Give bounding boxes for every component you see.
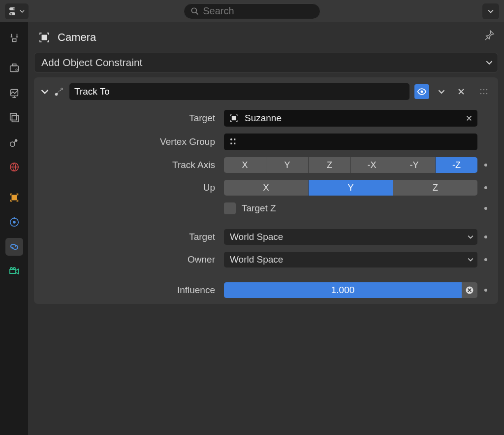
svg-point-30 [483, 93, 485, 95]
track-axis-option-negy[interactable]: -Y [393, 157, 436, 173]
svg-rect-21 [42, 35, 47, 40]
up-axis-option-x[interactable]: X [224, 180, 309, 196]
render-icon [9, 63, 20, 74]
target-space-label: Target [41, 232, 224, 242]
svg-point-18 [13, 217, 15, 219]
svg-line-5 [196, 12, 198, 14]
view-layer-icon [9, 112, 20, 123]
chevron-down-icon [468, 257, 473, 263]
constraint-name: Track To [74, 86, 110, 97]
animate-dot[interactable] [484, 289, 487, 292]
output-icon [9, 88, 20, 99]
breadcrumb-object-name: Camera [58, 31, 96, 44]
search-field[interactable] [184, 3, 320, 19]
tab-tool[interactable] [5, 29, 23, 47]
tab-constraints[interactable] [5, 238, 23, 256]
target-label: Target [41, 113, 224, 124]
animate-dot[interactable] [484, 258, 487, 261]
svg-rect-7 [12, 64, 16, 66]
svg-rect-32 [232, 116, 236, 120]
target-value: Suzanne [245, 113, 282, 124]
tab-output[interactable] [5, 84, 23, 102]
svg-rect-34 [234, 138, 235, 140]
object-icon [9, 192, 20, 203]
svg-point-31 [486, 93, 488, 95]
close-icon[interactable] [466, 115, 472, 122]
influence-reset-button[interactable] [462, 282, 477, 298]
tab-scene[interactable] [5, 134, 23, 151]
animate-dot[interactable] [484, 164, 487, 167]
tab-physics[interactable] [5, 213, 23, 231]
tab-object[interactable] [5, 189, 23, 206]
animate-dot[interactable] [484, 186, 487, 189]
svg-rect-3 [10, 13, 12, 15]
properties-editor-icon [9, 6, 19, 16]
constraint-properties-panel: Camera Add Object Constraint Track To [28, 22, 504, 435]
track-axis-option-x[interactable]: X [224, 157, 266, 173]
extras-menu[interactable] [434, 84, 449, 99]
close-icon [457, 88, 465, 96]
up-axis-option-z[interactable]: Z [393, 180, 477, 196]
svg-point-33 [230, 138, 232, 140]
physics-icon [9, 217, 20, 228]
svg-point-8 [15, 69, 17, 71]
track-axis-label: Track Axis [41, 160, 224, 170]
world-icon [9, 162, 20, 172]
options-button[interactable] [482, 3, 499, 19]
svg-line-24 [57, 90, 61, 93]
target-z-checkbox[interactable] [224, 202, 236, 214]
close-circle-icon [465, 285, 474, 295]
chevron-down-icon [488, 8, 494, 14]
object-box-icon [229, 113, 239, 123]
tab-view-layer[interactable] [5, 109, 23, 127]
add-object-constraint-dropdown[interactable]: Add Object Constraint [34, 53, 498, 72]
properties-tabs [0, 22, 28, 435]
tool-icon [9, 33, 20, 43]
pin-button[interactable] [483, 29, 495, 41]
scene-icon [9, 137, 20, 148]
svg-rect-35 [230, 143, 232, 144]
owner-space-label: Owner [41, 254, 224, 265]
collapse-toggle[interactable] [41, 88, 49, 96]
editor-type-button[interactable] [5, 3, 29, 19]
up-axis-option-y[interactable]: Y [309, 180, 393, 196]
topbar [0, 0, 504, 22]
track-axis-option-y[interactable]: Y [266, 157, 309, 173]
target-space-select[interactable]: World Space [224, 229, 477, 245]
chevron-down-icon [438, 88, 445, 95]
chevron-down-icon [41, 88, 49, 96]
chevron-down-icon [486, 59, 493, 66]
constraint-name-field[interactable]: Track To [69, 83, 410, 100]
drag-handle[interactable] [476, 84, 491, 99]
svg-point-28 [486, 89, 488, 91]
track-to-icon [54, 86, 64, 97]
target-z-label: Target Z [242, 203, 276, 214]
chevron-down-icon [20, 9, 25, 14]
up-label: Up [41, 182, 224, 193]
track-axis-option-z[interactable]: Z [309, 157, 351, 173]
delete-constraint-button[interactable] [454, 84, 469, 99]
search-input[interactable] [203, 5, 313, 17]
track-axis-option-negx[interactable]: -X [351, 157, 393, 173]
up-axis-toggle: XYZ [224, 180, 477, 196]
influence-slider[interactable]: 1.000 [224, 282, 462, 298]
mute-toggle[interactable] [414, 84, 429, 99]
track-axis-toggle: XYZ-X-Y-Z [224, 157, 477, 173]
influence-label: Influence [41, 285, 224, 296]
svg-rect-10 [10, 114, 16, 120]
target-picker[interactable]: Suzanne [224, 110, 477, 127]
svg-point-23 [61, 88, 63, 90]
animate-dot[interactable] [484, 207, 487, 210]
object-box-icon [38, 31, 51, 44]
target-space-value: World Space [230, 232, 283, 242]
animate-dot[interactable] [484, 235, 487, 238]
owner-space-value: World Space [230, 254, 283, 265]
svg-rect-11 [12, 115, 18, 122]
owner-space-select[interactable]: World Space [224, 252, 477, 268]
vertex-group-picker[interactable] [224, 134, 477, 150]
track-axis-option-negz[interactable]: -Z [436, 157, 477, 173]
constraints-icon [8, 241, 20, 253]
tab-render[interactable] [5, 60, 23, 77]
tab-world[interactable] [5, 158, 23, 176]
tab-data[interactable] [5, 263, 23, 280]
